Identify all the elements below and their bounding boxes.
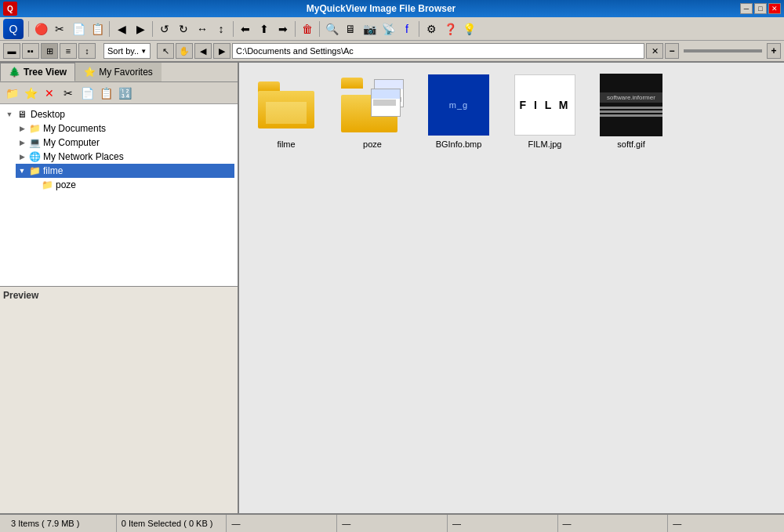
tree-item-mycomputer[interactable]: ▶ 💻 My Computer — [16, 136, 234, 150]
file-item-filme[interactable]: filme — [247, 71, 325, 152]
copy-btn[interactable]: 📄 — [70, 20, 87, 38]
sep5 — [295, 21, 296, 37]
softf-bar2 — [600, 110, 662, 113]
next-btn[interactable]: ▶ — [132, 20, 149, 38]
filme-children: ▶ 📁 poze — [16, 178, 234, 192]
sep3 — [152, 21, 153, 37]
zoom-slider[interactable] — [684, 49, 762, 52]
camera-btn[interactable]: 📷 — [361, 20, 378, 38]
preview-panel: Preview — [0, 286, 238, 513]
tree-item-desktop[interactable]: ▼ 🖥 Desktop — [3, 107, 234, 121]
network-btn[interactable]: 📡 — [379, 20, 397, 38]
bginfo-text: m_g — [449, 100, 468, 110]
delete-qa-btn[interactable]: ✕ — [41, 85, 58, 102]
tree-item-mydocs[interactable]: ▶ 📁 My Documents — [16, 121, 234, 136]
tab-tree-label: Tree View — [24, 67, 67, 78]
file-item-film[interactable]: F I L M FILM.jpg — [506, 71, 584, 152]
minimize-button[interactable]: ─ — [740, 3, 753, 14]
status-6: — — [558, 515, 669, 532]
tree-item-filme[interactable]: ▼ 📁 filme — [16, 164, 234, 178]
file-item-bginfo[interactable]: m_g BGInfo.bmp — [419, 71, 498, 152]
status-5: — — [448, 515, 558, 532]
desktop-children: ▶ 📁 My Documents ▶ 💻 My Computer ▶ 🌐 My … — [3, 121, 234, 192]
cut-qa-btn[interactable]: ✂ — [60, 85, 77, 102]
paste-file-btn[interactable]: 📋 — [97, 85, 114, 102]
zoom-in-btn[interactable]: + — [767, 43, 781, 59]
window-controls: ─ □ ✕ — [740, 3, 781, 14]
app-icon: Q — [3, 2, 17, 16]
sep1 — [28, 21, 29, 37]
status-items-count: 3 Items ( 7.9 MB ) — [6, 515, 117, 532]
view-btn-4[interactable]: ≡ — [60, 43, 77, 59]
add-favorite-btn[interactable]: ⭐ — [22, 85, 39, 102]
desktop-label: Desktop — [31, 109, 65, 120]
close-button[interactable]: ✕ — [768, 3, 781, 14]
window-title: MyQuickView Image File Browser — [22, 3, 740, 14]
main-content: 🌲 Tree View ⭐ My Favorites 📁 ⭐ ✕ ✂ 📄 📋 🔢… — [0, 63, 784, 513]
flip-v-btn[interactable]: ↕ — [212, 20, 230, 38]
tab-tree-view[interactable]: 🌲 Tree View — [0, 63, 75, 81]
address-bar[interactable]: C:\Documents and Settings\Ac — [232, 43, 644, 59]
rotate-left-btn[interactable]: ↺ — [156, 20, 173, 38]
view-btn-1[interactable]: ▬ — [3, 43, 20, 59]
monitor-btn[interactable]: 🖥 — [342, 20, 359, 38]
cursor-btn[interactable]: ↖ — [157, 43, 174, 59]
items-count-text: 3 Items ( 7.9 MB ) — [11, 519, 79, 528]
delete-btn[interactable]: 🗑 — [299, 20, 316, 38]
tree-item-mynetwork[interactable]: ▶ 🌐 My Network Places — [16, 150, 234, 164]
search-btn[interactable]: 🔍 — [323, 20, 340, 38]
expand-mynetwork-icon: ▶ — [16, 150, 28, 163]
view-btn-2[interactable]: ▪▪ — [22, 43, 39, 59]
poze-folder-icon: 📁 — [41, 179, 53, 191]
film-thumb: F I L M — [514, 74, 576, 136]
clear-btn[interactable]: ✕ — [646, 43, 663, 59]
bginfo-graphic: m_g — [428, 74, 489, 136]
flip-h-btn[interactable]: ↔ — [194, 20, 211, 38]
settings-btn[interactable]: ⚙ — [423, 20, 440, 38]
tab-favorites[interactable]: ⭐ My Favorites — [75, 63, 162, 81]
film-text: F I L M — [519, 99, 570, 111]
rotate-right-btn[interactable]: ↻ — [175, 20, 192, 38]
prev-btn[interactable]: ◀ — [113, 20, 130, 38]
help-btn[interactable]: ❓ — [441, 20, 459, 38]
back-btn[interactable]: ⬅ — [237, 20, 254, 38]
file-item-poze[interactable]: poze — [333, 71, 412, 152]
star-icon: ⭐ — [84, 67, 96, 78]
film-graphic: F I L M — [514, 74, 575, 136]
restore-button[interactable]: □ — [754, 3, 767, 14]
go-btn[interactable]: ⬆ — [256, 20, 273, 38]
poze-overlay-2 — [371, 89, 401, 117]
sort-dropdown[interactable]: Sort by.. ▼ — [103, 43, 151, 59]
cut-btn[interactable]: ✂ — [51, 20, 68, 38]
nav-fwd-btn[interactable]: ▶ — [213, 43, 230, 59]
filme-filename: filme — [277, 139, 295, 149]
mycomputer-icon: 💻 — [28, 136, 41, 149]
view-toolbar: ▬ ▪▪ ⊞ ≡ ↕ Sort by.. ▼ ↖ ✋ ◀ ▶ C:\Docume… — [0, 41, 784, 63]
preview-label: Preview — [3, 290, 234, 301]
mynetwork-label: My Network Places — [43, 151, 124, 162]
zoom-out-btn[interactable]: − — [665, 43, 679, 59]
nav-back-btn[interactable]: ◀ — [194, 43, 212, 59]
copy-file-btn[interactable]: 📄 — [78, 85, 96, 102]
tip-btn[interactable]: 💡 — [460, 20, 477, 38]
file-view[interactable]: filme — [239, 63, 784, 513]
quick-action-bar: 📁 ⭐ ✕ ✂ 📄 📋 🔢 — [0, 82, 238, 104]
properties-btn[interactable]: 🔢 — [116, 85, 133, 102]
file-item-softf[interactable]: software.informer softf.gif — [592, 71, 670, 152]
status-7: — — [668, 515, 778, 532]
paste-btn[interactable]: 📋 — [89, 20, 106, 38]
filme-thumb — [255, 74, 318, 136]
titlebar: Q MyQuickView Image File Browser ─ □ ✕ — [0, 0, 784, 17]
poze-filename: poze — [363, 139, 382, 149]
sort-chevron-icon: ▼ — [140, 48, 147, 55]
view-btn-grid[interactable]: ⊞ — [41, 43, 58, 59]
social-btn[interactable]: f — [398, 20, 416, 38]
view-btn-5[interactable]: ↕ — [78, 43, 96, 59]
softf-thumb: software.informer — [600, 74, 662, 136]
new-folder-btn[interactable]: 📁 — [3, 85, 20, 102]
forward-btn[interactable]: ➡ — [274, 20, 292, 38]
tree-item-poze[interactable]: ▶ 📁 poze — [28, 178, 234, 192]
hand-btn[interactable]: ✋ — [176, 43, 193, 59]
bginfo-thumb: m_g — [427, 74, 490, 136]
power-btn[interactable]: 🔴 — [32, 20, 49, 38]
